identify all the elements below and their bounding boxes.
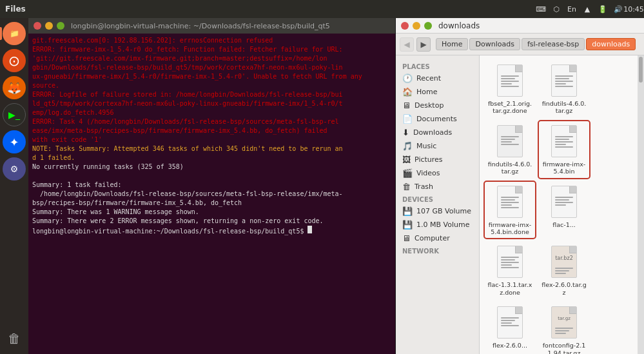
dock-item-terminal[interactable]: ▶_ — [1, 102, 27, 128]
devices-label: Devices — [396, 193, 479, 204]
file-item-fontconfig[interactable]: tar.gz fontconfig-2.11.94.tar.gz — [539, 302, 589, 354]
sidebar-item-downloads[interactable]: ⬇ Downloads — [396, 126, 479, 139]
dock-item-trash[interactable]: 🗑 — [1, 326, 27, 351]
recent-icon: 🕐 — [402, 74, 413, 83]
lang-indicator[interactable]: En — [567, 4, 577, 14]
terminal-line: ERROR: firmware-imx-1_5.4-r0 do_fetch: F… — [32, 45, 391, 90]
editor-icon: ✦ — [3, 130, 26, 153]
fm-maximize-button[interactable] — [424, 22, 432, 30]
firefox-icon: 🦊 — [3, 76, 26, 99]
fm-content[interactable]: fbset_2.1.orig.tar.gz.done — [480, 55, 638, 354]
fm-scrollbar[interactable] — [638, 55, 644, 354]
sidebar-item-1mb[interactable]: 💾 1.0 MB Volume — [396, 218, 479, 231]
terminal-close-button[interactable] — [34, 22, 41, 30]
terminal-icon: ▶_ — [3, 103, 26, 126]
dock-item-firefox[interactable]: 🦊 — [1, 75, 27, 101]
volume-1mb-icon: 💾 — [402, 220, 413, 230]
sidebar-item-label-recent: Recent — [416, 74, 441, 83]
sidebar-item-label-desktop: Desktop — [415, 101, 444, 110]
taskbar-right: ⌨ ⬡ En ▲ 🔋 🔊 10:45 — [536, 4, 639, 14]
terminal-maximize-button[interactable] — [57, 22, 64, 30]
dock-item-editor[interactable]: ✦ — [1, 129, 27, 155]
file-icon-flac2 — [494, 244, 525, 279]
file-item-firmware-bindone[interactable]: firmware-imx-5.4.bin.done — [485, 182, 535, 239]
breadcrumb-downloads[interactable]: Downloads — [469, 38, 520, 50]
sidebar-item-recent[interactable]: 🕐 Recent — [396, 72, 479, 85]
file-name-flex2: flex-2.6.0... — [493, 342, 527, 349]
sidebar-item-107gb[interactable]: 💾 107 GB Volume — [396, 204, 479, 218]
fm-back-button[interactable]: ◀ — [400, 37, 414, 52]
sidebar-item-label-trash: Trash — [415, 182, 433, 191]
sidebar-item-computer[interactable]: 🖥 Computer — [396, 231, 479, 245]
fm-titlebar: downloads — [396, 18, 644, 34]
breadcrumb-fsl[interactable]: fsl-release-bsp — [522, 38, 585, 50]
file-item-firmware-bin[interactable]: firmware-imx-5.4.bin — [539, 121, 589, 178]
terminal-body[interactable]: git.freescale.com[0: 192.88.156.202]: er… — [28, 34, 395, 354]
breadcrumb-home[interactable]: Home — [436, 38, 468, 50]
terminal-title: longbin@longbin-virtual-machine: ~/Downl… — [71, 22, 330, 30]
sidebar-item-videos[interactable]: 🎬 Videos — [396, 166, 479, 180]
documents-icon: 📄 — [402, 114, 413, 124]
sidebar-item-pictures[interactable]: 🖼 Pictures — [396, 153, 479, 166]
places-label: Places — [396, 61, 479, 72]
breadcrumb-downloads-active[interactable]: downloads — [586, 38, 636, 50]
music-icon: 🎵 — [402, 141, 413, 151]
clock: 10:45 — [629, 4, 639, 14]
file-item-fbset[interactable]: fbset_2.1.orig.tar.gz.done — [485, 61, 535, 117]
file-name-flac: flac-1... — [552, 221, 576, 228]
main-area: 📁 ⊙ 🦊 ▶_ ✦ ⚙ 🗑 longbin@l — [0, 18, 644, 354]
terminal-titlebar: longbin@longbin-virtual-machine: ~/Downl… — [28, 18, 395, 34]
wifi-icon: ▲ — [582, 4, 592, 14]
battery-icon: 🔋 — [598, 4, 608, 14]
sidebar-item-desktop[interactable]: 🖥 Desktop — [396, 99, 479, 112]
file-item-flac2[interactable]: flac-1.3.1.tar.xz.done — [485, 242, 535, 299]
file-icon-fontconfig: tar.gz — [549, 305, 580, 340]
file-item-flex[interactable]: tar.bz2 flex-2.6.0.tar.gz — [539, 242, 589, 299]
trash-icon: 🗑 — [3, 327, 26, 350]
fm-toolbar: ◀ ▶ Home Downloads fsl-release-bsp downl… — [396, 34, 644, 55]
file-icon-flac — [549, 184, 580, 219]
terminal-line: git.freescale.com[0: 192.88.156.202]: er… — [32, 36, 391, 45]
file-item-flac[interactable]: flac-1... — [539, 182, 589, 239]
sidebar-item-music[interactable]: 🎵 Music — [396, 139, 479, 153]
fm-close-button[interactable] — [401, 22, 409, 30]
terminal-line: Summary: 1 task failed: — [32, 181, 391, 190]
settings-icon: ⚙ — [3, 157, 26, 181]
keyboard-icon: ⌨ — [536, 4, 546, 14]
sidebar-item-documents[interactable]: 📄 Documents — [396, 112, 479, 126]
file-icon-flex2 — [494, 305, 525, 340]
file-item-findutils[interactable]: findutils-4.6.0.tar.gz — [539, 61, 589, 117]
sidebar-item-label-documents: Documents — [416, 115, 457, 123]
file-name-flex: flex-2.6.0.tar.gz — [542, 281, 587, 296]
file-item-flex2[interactable]: flex-2.6.0... — [485, 302, 535, 354]
file-icon-findutils2 — [494, 124, 525, 159]
fm-forward-button[interactable]: ▶ — [416, 37, 431, 52]
file-name-findutils2: findutils-4.6.0.tar.gz — [487, 161, 532, 175]
fm-scroll-thumb[interactable] — [639, 57, 643, 83]
pictures-icon: 🖼 — [402, 155, 411, 164]
file-icon-firmware-bindone — [494, 184, 525, 219]
terminal-minimize-button[interactable] — [45, 22, 53, 30]
downloads-icon: ⬇ — [402, 128, 409, 137]
volume-107gb-icon: 💾 — [402, 206, 413, 216]
terminal-line — [32, 172, 391, 181]
fm-minimize-button[interactable] — [413, 22, 420, 30]
fm-sidebar: Places 🕐 Recent 🏠 Home 🖥 Desktop 📄 Docum… — [396, 55, 480, 354]
file-item-findutils2[interactable]: findutils-4.6.0.tar.gz — [485, 121, 535, 178]
dock: 📁 ⊙ 🦊 ▶_ ✦ ⚙ 🗑 — [0, 18, 28, 354]
desktop-icon: 🖥 — [402, 101, 411, 110]
sidebar-item-trash[interactable]: 🗑 Trash — [396, 180, 479, 193]
file-icon-flex: tar.bz2 — [549, 244, 580, 279]
sidebar-item-label-downloads: Downloads — [413, 128, 452, 137]
ubuntu-icon: ⊙ — [3, 49, 26, 72]
terminal-line: ERROR: Logfile of failure stored in: /ho… — [32, 90, 391, 117]
network-label: Network — [396, 245, 479, 256]
sidebar-item-home[interactable]: 🏠 Home — [396, 85, 479, 99]
sidebar-item-label-107gb: 107 GB Volume — [416, 207, 471, 215]
file-name-flac2: flac-1.3.1.tar.xz.done — [487, 281, 532, 296]
dock-item-settings[interactable]: ⚙ — [1, 156, 27, 182]
dock-item-files[interactable]: 📁 — [1, 21, 27, 46]
fm-content-wrapper: fbset_2.1.orig.tar.gz.done — [480, 55, 644, 354]
dock-item-ubuntu[interactable]: ⊙ — [1, 48, 27, 74]
file-icon-firmware-bin — [549, 124, 580, 159]
